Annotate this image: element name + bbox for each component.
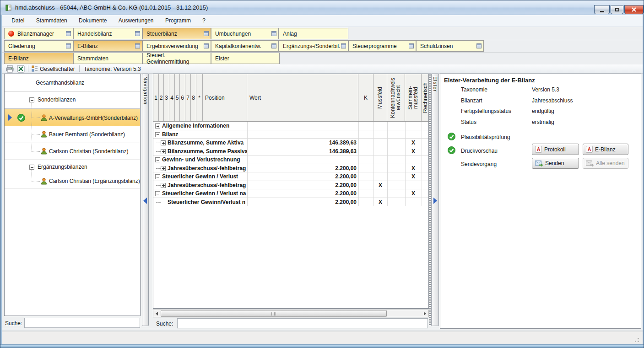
grid-row[interactable]: Steuerlicher Gewinn / Verlust 2.200,00 X <box>153 172 429 181</box>
column-header-2[interactable]: 2 <box>159 74 164 121</box>
column-header-kontennachweis[interactable]: Kontennachweis erwünscht <box>387 74 405 121</box>
column-header-mussfeld[interactable]: Mussfeld <box>373 74 387 121</box>
minimize-button[interactable] <box>594 5 610 14</box>
tab-ebilanz-row2[interactable]: E-Bilanz <box>73 40 142 52</box>
tree-item-label: Ergänzungsbilanzen <box>38 164 87 170</box>
excel-export-button[interactable] <box>17 65 25 73</box>
column-header-6[interactable]: 6 <box>180 74 185 121</box>
gesellschafter-button[interactable]: Gesellschafter <box>40 66 75 72</box>
button-label: Senden <box>545 160 564 166</box>
column-header-wert[interactable]: Wert <box>247 74 358 121</box>
expand-plus-icon[interactable] <box>155 123 160 128</box>
tree-connector <box>156 151 161 152</box>
expand-plus-icon[interactable] <box>161 140 166 145</box>
column-header-7[interactable]: 7 <box>185 74 191 121</box>
scroll-right-icon <box>424 312 426 316</box>
column-header-rechnerisch[interactable]: Rechnerisch notw. <box>422 74 429 121</box>
menu-auswertungen[interactable]: Auswertungen <box>114 15 159 27</box>
grid-row[interactable]: Allgemeine Informationen <box>153 122 429 130</box>
column-header-5[interactable]: 5 <box>175 74 180 121</box>
tree-item-label: Gesamthandsbilanz <box>36 80 84 86</box>
column-header-4[interactable]: 4 <box>169 74 175 121</box>
tree-item-ergaenzungsbilanzen[interactable]: Ergänzungsbilanzen <box>5 160 140 174</box>
title-bar[interactable]: hmd.abschluss - 65044, ABC GmbH & Co. KG… <box>0 0 644 15</box>
column-header-position[interactable]: Position <box>203 74 247 121</box>
grid-row[interactable]: Steuerlicher Gewinn / Verlust na 2.200,0… <box>153 189 429 198</box>
print-button[interactable] <box>6 65 14 73</box>
tree-item-gesamthandsbilanz[interactable]: Gesamthandsbilanz <box>5 74 140 91</box>
tree-search-input[interactable] <box>24 318 140 328</box>
grid-cell-wert: 2.200,00 <box>291 173 357 180</box>
tree-item-carlson-christian-sonderbilanz[interactable]: Carlson Christian (Sonderbilanz) <box>5 143 140 160</box>
menu-dokumente[interactable]: Dokumente <box>74 15 112 27</box>
grid-row[interactable]: Bilanzsumme, Summe Aktiva 146.389,63 X <box>153 139 429 147</box>
tree-item-bauer-bernhard[interactable]: Bauer Bernhard (Sonderbilanz) <box>5 126 140 143</box>
tab-label: Gliederung <box>8 43 35 49</box>
grid-row[interactable]: Jahresüberschuss/-fehlbetrag 2.200,00 X <box>153 181 429 190</box>
tab-schuldzinsen[interactable]: Schuldzinsen <box>416 40 484 52</box>
menu-programm[interactable]: Programm <box>160 15 196 27</box>
scrollbar-thumb[interactable] <box>161 310 387 317</box>
grid-cell-summenmussfeld: X <box>405 139 422 146</box>
navigation-splitter[interactable]: Navigation <box>142 74 149 326</box>
collapse-minus-icon[interactable] <box>155 174 160 179</box>
tab-elster[interactable]: Elster <box>211 53 280 64</box>
close-button[interactable] <box>624 5 644 14</box>
tree-item-sonderbilanzen[interactable]: Sonderbilanzen <box>5 91 140 109</box>
close-icon <box>632 7 636 12</box>
collapse-expander-icon[interactable] <box>29 97 34 102</box>
expand-plus-icon[interactable] <box>161 183 166 188</box>
tab-stammdaten-row3[interactable]: Stammdaten <box>73 53 142 64</box>
tab-ebilanz-row3[interactable]: E-Bilanz <box>4 53 73 64</box>
tab-bilanzmanager[interactable]: Bilanzmanager <box>4 28 73 39</box>
column-header-1[interactable]: 1 <box>153 74 159 121</box>
collapse-right-icon[interactable] <box>433 198 437 204</box>
protokoll-button[interactable]: A Protokoll <box>532 144 579 155</box>
menu-datei[interactable]: Datei <box>6 15 29 27</box>
expand-plus-icon[interactable] <box>161 166 166 171</box>
tab-steuerprogramme[interactable]: Steuerprogramme <box>348 40 416 52</box>
collapse-minus-icon[interactable] <box>155 157 160 162</box>
tab-kapitalkontenentw[interactable]: Kapitalkontenentw. <box>211 40 279 52</box>
grid-cell-wert: 146.389,63 <box>291 139 357 146</box>
grid-row[interactable]: Bilanz <box>153 130 429 139</box>
horizontal-scrollbar[interactable] <box>153 310 429 317</box>
collapse-expander-icon[interactable] <box>29 165 34 170</box>
tab-anlag[interactable]: Anlag <box>279 28 348 39</box>
tab-steuerbilanz[interactable]: Steuerbilanz <box>142 28 211 39</box>
column-header-star[interactable]: * <box>196 74 203 121</box>
grid-search-input[interactable] <box>177 318 428 328</box>
collapse-left-icon[interactable] <box>143 198 147 204</box>
column-header-3[interactable]: 3 <box>164 74 169 121</box>
grid-row[interactable]: Steuerlicher Gewinn/Verlust n 2.200,00 X <box>153 198 429 207</box>
scroll-left-button[interactable] <box>153 310 160 317</box>
tab-label: Stammdaten <box>77 55 108 62</box>
senden-button[interactable]: Senden <box>532 158 579 169</box>
tab-handelsbilanz[interactable]: Handelsbilanz <box>73 28 142 39</box>
tab-steuerl-gewinnermittlung[interactable]: Steuerl. Gewinnermittlung <box>142 53 211 64</box>
grid-cell-wert: 2.200,00 <box>291 199 357 205</box>
tree-item-carlson-christian-ergaenzungsbilanz[interactable]: Carlson Christian (Ergänzungsbilanz) <box>5 174 140 188</box>
tab-gliederung[interactable]: Gliederung <box>4 40 73 52</box>
expand-plus-icon[interactable] <box>161 149 166 154</box>
column-header-8[interactable]: 8 <box>191 74 196 121</box>
maximize-button[interactable] <box>611 5 623 14</box>
collapse-minus-icon[interactable] <box>155 132 160 137</box>
scroll-right-button[interactable] <box>422 310 428 317</box>
column-header-k[interactable]: K <box>358 74 373 121</box>
grid-row[interactable]: Jahresüberschuss/-fehlbetrag 2.200,00 X <box>153 164 429 173</box>
tab-umbuchungen[interactable]: Umbuchungen <box>211 28 279 39</box>
grid-row[interactable]: Gewinn- und Verlustrechnung <box>153 155 429 164</box>
alle-senden-button[interactable]: Alle senden <box>583 158 628 169</box>
grid-row[interactable]: Bilanzsumme, Summe Passiva 146.389,63 X <box>153 147 429 156</box>
menu-stammdaten[interactable]: Stammdaten <box>31 15 72 27</box>
ebilanz-pdf-button[interactable]: A E-Bilanz <box>583 144 628 155</box>
elster-splitter[interactable]: Elster <box>431 74 439 326</box>
panel-splitter[interactable] <box>429 74 431 326</box>
tab-ergebnisverwendung[interactable]: Ergebnisverwendung <box>142 40 211 52</box>
tree-item-a-verwaltungs-gmbh[interactable]: A-Verwaltungs-GmbH(Sonderbilanz) <box>5 109 140 126</box>
collapse-minus-icon[interactable] <box>155 191 160 196</box>
menu-help[interactable]: ? <box>197 15 211 27</box>
tab-ergaenzungs-sonderbil[interactable]: Ergänzungs-/Sonderbil. <box>279 40 348 52</box>
column-header-summenmussfeld[interactable]: Summen- mussfeld <box>405 74 422 121</box>
